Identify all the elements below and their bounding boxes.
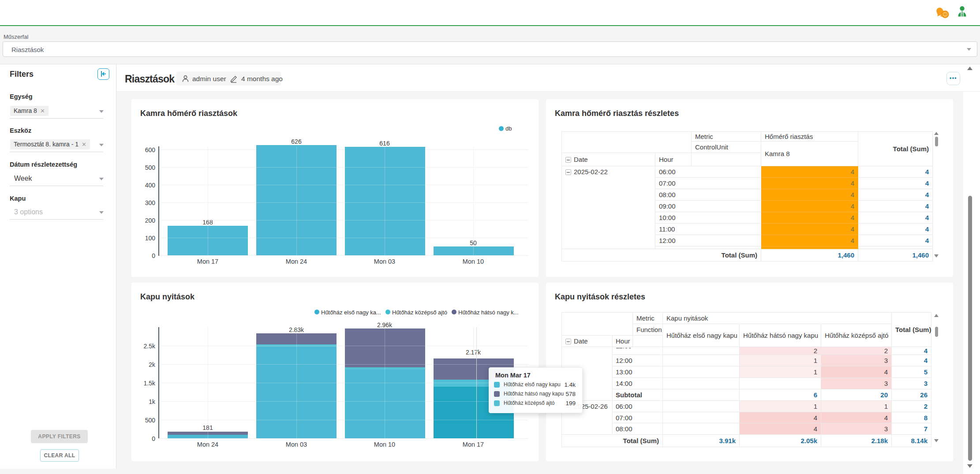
- svg-text:99: 99: [943, 13, 947, 16]
